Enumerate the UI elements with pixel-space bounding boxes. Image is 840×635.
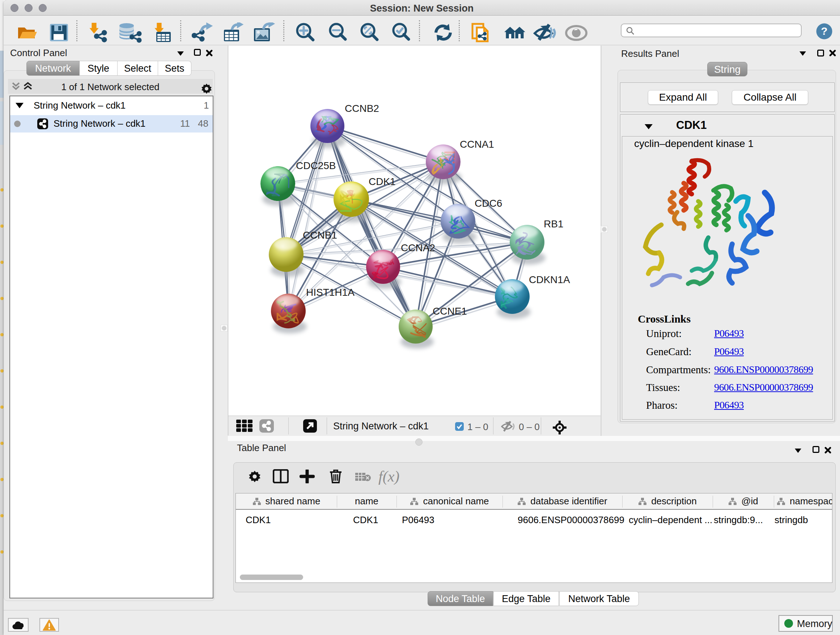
svg-text:RB1: RB1 (544, 218, 563, 230)
svg-text:CCNB2: CCNB2 (345, 103, 379, 114)
svg-text:CDK1: CDK1 (369, 176, 396, 187)
svg-text:CCNA1: CCNA1 (460, 139, 494, 150)
svg-text:HIST1H1A: HIST1H1A (306, 287, 355, 298)
svg-text:CCNB1: CCNB1 (303, 230, 337, 241)
svg-text:CDC6: CDC6 (475, 198, 502, 209)
svg-text:CDC25B: CDC25B (296, 160, 336, 171)
svg-text:CDKN1A: CDKN1A (529, 274, 570, 285)
svg-text:?: ? (821, 25, 827, 37)
svg-text:CCNE1: CCNE1 (433, 306, 467, 317)
svg-text:CCNA2: CCNA2 (401, 242, 435, 253)
